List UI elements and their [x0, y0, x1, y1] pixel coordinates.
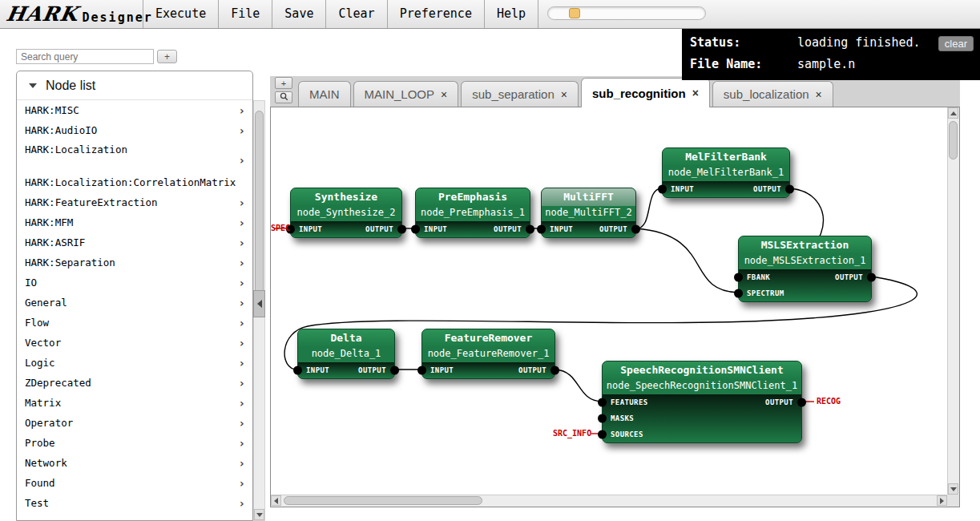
chevron-right-icon: › [239, 497, 245, 510]
menu-item-preference[interactable]: Preference [387, 0, 484, 28]
canvas-vscroll-thumb[interactable] [949, 121, 958, 160]
menu-item-help[interactable]: Help [484, 0, 538, 28]
input-port[interactable] [598, 430, 607, 439]
scroll-down-arrow-icon[interactable] [948, 483, 958, 495]
sidebar-item-io[interactable]: IO› [17, 273, 252, 293]
sidebar-splitter-toggle[interactable] [253, 290, 265, 317]
input-port[interactable] [417, 366, 426, 375]
magnifier-icon[interactable] [275, 91, 292, 103]
sidebar-item-hark-misc[interactable]: HARK:MISC› [17, 100, 252, 120]
node-preemphasis[interactable]: PreEmphasis node_PreEmphasis_1 INPUT OUT… [415, 188, 530, 238]
sidebar-item-flow[interactable]: Flow› [17, 313, 252, 333]
sidebar-item-hark-featureextraction[interactable]: HARK:FeatureExtraction› [17, 192, 252, 212]
sidebar-item-label: HARK:ASRIF [25, 236, 85, 248]
sidebar-item-hark-localization[interactable]: HARK:Localization› [17, 140, 252, 172]
sidebar-item-network[interactable]: Network› [17, 453, 252, 473]
sidebar-item-hark-localization-correlationmatrix[interactable]: HARK:Localization:CorrelationMatrix [17, 172, 252, 192]
output-port[interactable] [550, 366, 559, 375]
port-row: SOURCES [603, 426, 801, 442]
zoom-slider[interactable] [547, 6, 706, 20]
input-port[interactable] [734, 273, 743, 282]
input-port-label: FEATURES [611, 398, 648, 406]
sidebar-item-hark-asrif[interactable]: HARK:ASRIF› [17, 232, 252, 252]
node-melfilterbank[interactable]: MelFilterBank node_MelFilterBank_1 INPUT… [662, 147, 790, 198]
terminal-src-info[interactable]: SRC_INFO [553, 429, 591, 438]
close-icon[interactable]: × [561, 89, 567, 100]
close-icon[interactable]: × [692, 87, 699, 99]
sidebar-item-label: Test [25, 497, 49, 509]
output-port[interactable] [390, 366, 399, 375]
chevron-right-icon: › [239, 357, 245, 370]
tab-sub-recognition[interactable]: sub_recognition × [581, 78, 710, 107]
sidebar-item-zdeprecated[interactable]: ZDeprecated› [17, 373, 252, 393]
input-port[interactable] [658, 185, 667, 194]
node-synthesize[interactable]: Synthesize node_Synthesize_2 INPUT OUTPU… [290, 188, 402, 238]
output-port[interactable] [797, 398, 806, 407]
sidebar-item-general[interactable]: General› [17, 293, 252, 313]
sidebar-item-label: HARK:AudioIO [25, 124, 97, 136]
canvas-vertical-scrollbar[interactable] [947, 107, 959, 495]
output-port[interactable] [631, 225, 640, 234]
search-add-button[interactable]: + [157, 50, 177, 63]
scroll-left-arrow-icon[interactable] [271, 495, 281, 506]
input-port[interactable] [734, 289, 743, 298]
chevron-right-icon: › [239, 277, 245, 289]
input-port[interactable] [598, 414, 607, 423]
node-list-header[interactable]: Node list [17, 71, 252, 100]
node-multifft[interactable]: MultiFFT node_MultiFFT_2 INPUT OUTPUT [541, 188, 636, 238]
input-port-label: MASKS [611, 414, 634, 422]
sidebar-item-test[interactable]: Test› [17, 493, 252, 513]
output-port[interactable] [526, 225, 534, 234]
sidebar-item-found[interactable]: Found› [17, 473, 252, 493]
main-menu: Execute File Save Clear Preference Help [143, 0, 538, 28]
tab-main[interactable]: MAIN [298, 81, 351, 107]
add-sheet-button[interactable]: + [275, 77, 292, 89]
sidebar-scrollbar-thumb[interactable] [255, 111, 264, 297]
status-clear-button[interactable]: clear [938, 36, 974, 51]
canvas-hscroll-thumb[interactable] [284, 496, 482, 505]
scroll-up-arrow-icon[interactable] [948, 107, 958, 119]
menu-item-file[interactable]: File [218, 0, 272, 28]
sidebar-item-probe[interactable]: Probe› [17, 433, 252, 453]
menu-item-save[interactable]: Save [272, 0, 325, 28]
node-list-panel: Node list HARK:MISC› HARK:AudioIO› HARK:… [16, 71, 253, 521]
tab-sub-separation[interactable]: sub_separation × [461, 81, 579, 107]
node-delta[interactable]: Delta node_Delta_1 INPUT OUTPUT [297, 329, 395, 379]
menu-item-clear[interactable]: Clear [325, 0, 386, 28]
node-list-collapse-icon[interactable] [29, 83, 37, 88]
node-speechrecognitionsmnclient[interactable]: SpeechRecognitionSMNClient node_SpeechRe… [602, 361, 802, 443]
chevron-right-icon: › [239, 256, 245, 269]
output-port-label: OUTPUT [599, 225, 627, 233]
sidebar-item-operator[interactable]: Operator› [17, 413, 252, 433]
sidebar-item-matrix[interactable]: Matrix› [17, 393, 252, 413]
output-port[interactable] [785, 185, 794, 194]
zoom-slider-handle[interactable] [569, 8, 580, 18]
sidebar-item-logic[interactable]: Logic› [17, 353, 252, 373]
input-port-label: INPUT [550, 225, 573, 233]
input-port[interactable] [537, 225, 546, 234]
tab-sub-localization[interactable]: sub_localization × [712, 81, 833, 107]
input-port[interactable] [598, 398, 607, 407]
close-icon[interactable]: × [816, 89, 822, 100]
sidebar-item-vector[interactable]: Vector› [17, 333, 252, 353]
output-port[interactable] [867, 273, 876, 282]
sidebar-item-hark-mfm[interactable]: HARK:MFM› [17, 212, 252, 232]
input-port[interactable] [411, 225, 420, 234]
menu-item-execute[interactable]: Execute [143, 0, 218, 28]
flow-canvas[interactable]: Synthesize node_Synthesize_2 INPUT OUTPU… [271, 107, 947, 495]
node-featureremover[interactable]: FeatureRemover node_FeatureRemover_1 INP… [421, 329, 555, 379]
canvas-horizontal-scrollbar[interactable] [271, 495, 947, 507]
sidebar-item-hark-separation[interactable]: HARK:Separation› [17, 252, 252, 273]
tab-main-loop[interactable]: MAIN_LOOP × [353, 81, 459, 107]
close-icon[interactable]: × [441, 89, 447, 100]
scroll-down-arrow-icon[interactable] [254, 509, 264, 520]
output-port[interactable] [397, 225, 406, 234]
scroll-right-arrow-icon[interactable] [937, 495, 947, 506]
input-port[interactable] [293, 366, 302, 375]
node-mslsextraction[interactable]: MSLSExtraction node_MSLSExtraction_1 FBA… [738, 236, 872, 302]
search-input[interactable] [16, 49, 154, 64]
terminal-recog[interactable]: RECOG [817, 397, 841, 406]
terminal-spec[interactable]: SPEC [271, 224, 290, 232]
sidebar-item-hark-audioio[interactable]: HARK:AudioIO› [17, 120, 252, 140]
chevron-right-icon: › [239, 297, 245, 309]
